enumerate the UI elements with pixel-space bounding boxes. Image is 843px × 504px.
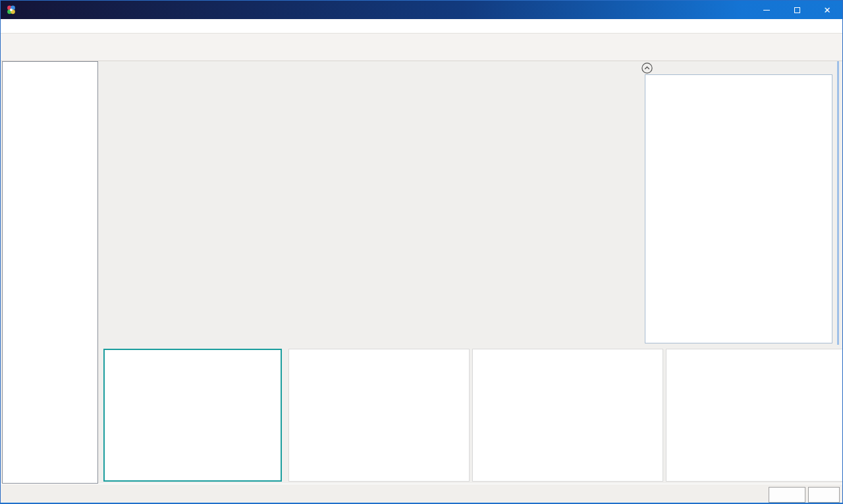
window-controls: ✕ bbox=[751, 1, 842, 19]
app-icon bbox=[6, 5, 16, 15]
ab-scatter-chart-panel[interactable] bbox=[103, 349, 282, 482]
reflectance-chart-panel[interactable] bbox=[472, 349, 663, 482]
close-button[interactable]: ✕ bbox=[812, 1, 842, 19]
panel-splitter[interactable] bbox=[837, 61, 839, 345]
sample-tree[interactable] bbox=[2, 61, 98, 484]
menubar bbox=[1, 19, 842, 34]
color-gamut-chart-panel[interactable] bbox=[666, 349, 843, 482]
color-diff-header bbox=[641, 61, 836, 74]
titlebar: ✕ bbox=[1, 1, 842, 19]
status-empty-box bbox=[808, 487, 840, 503]
delta-e-trend-chart-panel[interactable] bbox=[288, 349, 470, 482]
statusbar bbox=[1, 484, 842, 504]
close-icon: ✕ bbox=[824, 5, 831, 15]
minimize-icon bbox=[763, 10, 770, 11]
collapse-up-icon[interactable] bbox=[641, 63, 653, 74]
auto-mode-box[interactable] bbox=[769, 487, 805, 503]
minimize-button[interactable] bbox=[751, 1, 782, 19]
toolbar bbox=[1, 34, 842, 61]
maximize-icon bbox=[794, 7, 800, 13]
color-diff-panel bbox=[645, 74, 832, 343]
maximize-button[interactable] bbox=[782, 1, 812, 19]
app-window: ✕ bbox=[0, 0, 843, 504]
